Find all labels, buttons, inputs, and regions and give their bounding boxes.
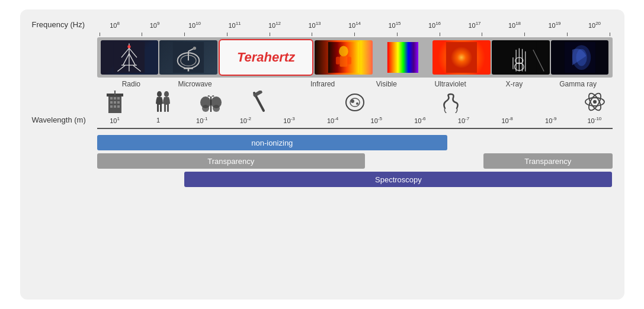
svg-rect-45 bbox=[117, 101, 120, 104]
people-icon bbox=[153, 91, 172, 113]
freq-tick-mark bbox=[142, 33, 142, 36]
wl-tick: 10-2 bbox=[230, 116, 261, 124]
svg-point-66 bbox=[351, 99, 354, 103]
bacterium-icon bbox=[440, 92, 462, 113]
freq-tick-mark bbox=[482, 33, 482, 36]
frequency-label: Frequency (Hz) bbox=[32, 20, 97, 29]
freq-tick-mark bbox=[100, 33, 100, 36]
freq-tick-mark bbox=[440, 33, 440, 36]
freq-tick-mark bbox=[270, 33, 270, 36]
svg-rect-56 bbox=[167, 104, 169, 112]
svg-point-67 bbox=[356, 102, 358, 105]
non-ionizing-row: non-ionizing bbox=[97, 135, 613, 150]
nail-icon-slot bbox=[243, 91, 274, 113]
band-label-radio: Radio bbox=[100, 80, 164, 88]
freq-tick: 1016 bbox=[419, 21, 450, 29]
svg-rect-40 bbox=[110, 97, 113, 99]
svg-rect-20 bbox=[339, 56, 347, 66]
spectroscopy-label: Spectroscopy bbox=[375, 175, 422, 184]
cell-icon bbox=[344, 92, 366, 113]
svg-rect-42 bbox=[117, 97, 120, 99]
svg-rect-43 bbox=[110, 101, 113, 104]
band-label-ultraviolet: Ultraviolet bbox=[418, 80, 482, 88]
uv-image bbox=[432, 40, 491, 75]
microwave-image bbox=[159, 40, 217, 75]
transparency-left-bar: Transparency bbox=[97, 153, 365, 169]
freq-tick: 1015 bbox=[379, 21, 410, 29]
freq-tick-mark bbox=[227, 33, 228, 36]
icons-area bbox=[97, 91, 613, 113]
infrared-image bbox=[315, 40, 373, 75]
svg-rect-44 bbox=[114, 101, 116, 104]
wl-tick: 10-9 bbox=[536, 116, 566, 124]
spectroscopy-bar: Spectroscopy bbox=[184, 172, 612, 187]
visible-image bbox=[374, 40, 432, 75]
svg-point-51 bbox=[157, 91, 162, 97]
transparency-right-label: Transparency bbox=[524, 157, 571, 166]
svg-rect-47 bbox=[114, 105, 116, 108]
svg-rect-48 bbox=[117, 105, 120, 108]
main-diagram: Frequency (Hz) 1081091010101110121013101… bbox=[20, 9, 624, 300]
svg-point-60 bbox=[213, 105, 220, 112]
svg-rect-46 bbox=[110, 105, 113, 108]
band-label-x-ray: X-ray bbox=[482, 80, 546, 88]
wavelength-ticks: 101110-110-210-310-410-510-610-710-810-9… bbox=[97, 116, 613, 124]
butterfly-icon-slot bbox=[196, 95, 226, 113]
freq-tick-mark bbox=[567, 33, 568, 36]
freq-tick: 1011 bbox=[219, 21, 250, 29]
freq-tick-mark bbox=[610, 33, 610, 36]
freq-tick: 1018 bbox=[499, 21, 530, 29]
bacterium-icon-slot bbox=[435, 92, 466, 113]
svg-rect-23 bbox=[387, 42, 418, 73]
axis-line bbox=[97, 128, 613, 129]
wl-tick: 10-5 bbox=[361, 116, 392, 124]
freq-tick: 1010 bbox=[180, 21, 210, 29]
svg-point-68 bbox=[593, 100, 597, 104]
freq-tick: 109 bbox=[139, 21, 170, 29]
gamma-image bbox=[551, 40, 609, 75]
freq-tick-mark bbox=[354, 33, 355, 36]
cell-icon-slot bbox=[339, 92, 370, 113]
band-label-visible: Visible bbox=[355, 80, 419, 88]
frequency-ticks: 1081091010101110121013101410151016101710… bbox=[97, 21, 613, 29]
spectrum-strip: Terahertz bbox=[97, 37, 613, 78]
non-ionizing-label: non-ionizing bbox=[251, 139, 293, 147]
svg-rect-63 bbox=[252, 91, 262, 98]
freq-tick: 108 bbox=[100, 21, 130, 29]
building-icon-slot bbox=[100, 91, 130, 113]
svg-point-6 bbox=[128, 45, 131, 48]
wl-tick: 10-1 bbox=[187, 116, 217, 124]
wl-tick: 10-7 bbox=[448, 116, 479, 124]
svg-point-50 bbox=[114, 91, 116, 92]
svg-rect-41 bbox=[114, 97, 116, 99]
band-label-infrared: Infrared bbox=[291, 80, 355, 88]
svg-point-19 bbox=[339, 46, 348, 56]
transparency-right-bar: Transparency bbox=[483, 153, 613, 169]
svg-rect-55 bbox=[164, 104, 166, 112]
band-label- bbox=[259, 80, 291, 88]
butterfly-icon bbox=[200, 95, 222, 113]
atom-icon bbox=[584, 91, 606, 113]
freq-tick: 1012 bbox=[259, 21, 290, 29]
non-ionizing-bar: non-ionizing bbox=[97, 135, 448, 150]
svg-rect-21 bbox=[336, 57, 340, 65]
svg-rect-53 bbox=[160, 104, 162, 112]
wl-tick: 10-8 bbox=[492, 116, 523, 124]
wavelength-axis-row: Wavelength (m) 101110-110-210-310-410-51… bbox=[32, 115, 613, 124]
svg-point-25 bbox=[451, 47, 473, 69]
terahertz-cell: Terahertz bbox=[219, 39, 313, 76]
freq-tick: 1014 bbox=[339, 21, 370, 29]
wl-tick: 101 bbox=[100, 116, 130, 124]
wl-tick: 10-3 bbox=[274, 116, 305, 124]
radio-image bbox=[101, 40, 159, 75]
wavelength-label: Wavelength (m) bbox=[32, 115, 97, 124]
transparency-left-label: Transparency bbox=[207, 157, 254, 166]
wl-tick: 1 bbox=[143, 117, 174, 124]
svg-point-59 bbox=[202, 105, 209, 112]
wl-tick: 10-6 bbox=[405, 116, 435, 124]
bars-section: non-ionizing Transparency Transparency S… bbox=[97, 135, 613, 187]
freq-tick: 1017 bbox=[459, 21, 490, 29]
icons-row bbox=[32, 91, 613, 113]
wl-tick: 10-4 bbox=[318, 116, 348, 124]
band-labels-container: RadioMicrowaveInfraredVisibleUltraviolet… bbox=[32, 80, 613, 88]
